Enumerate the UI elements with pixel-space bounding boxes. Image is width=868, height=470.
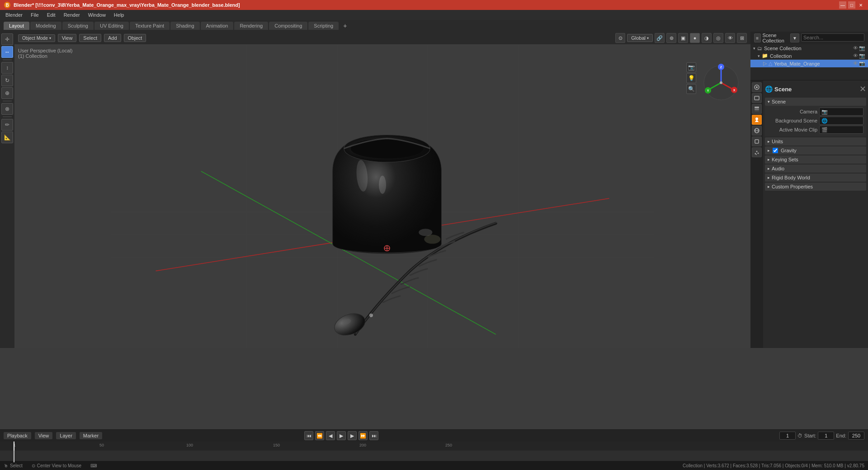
blender-logo-icon: B <box>4 1 11 9</box>
timeline-ruler[interactable]: 1 50 100 150 200 250 <box>0 442 868 451</box>
jump-to-end-button[interactable]: ⏭ <box>369 431 378 440</box>
transform-orientation-dropdown[interactable]: Global ▾ <box>627 34 653 42</box>
snap-toggle-button[interactable]: 🔗 <box>655 33 665 43</box>
toolbar-measure-tool[interactable]: 📐 <box>1 132 13 143</box>
prop-tab-world[interactable] <box>752 126 762 136</box>
rendered-shading-button[interactable]: ◎ <box>713 33 723 43</box>
overlay-toggle-button[interactable]: 👁 <box>725 33 735 43</box>
camera-value[interactable]: 📷 <box>819 108 863 116</box>
play-button[interactable]: ▶ <box>337 431 346 440</box>
outliner-search-input[interactable] <box>801 33 864 42</box>
outliner-menu-button[interactable]: ≡ <box>754 33 761 42</box>
prop-tab-particles[interactable] <box>752 147 762 157</box>
xray-toggle-button[interactable]: ⊞ <box>737 33 747 43</box>
title-bar-controls[interactable]: — □ ✕ <box>839 1 864 9</box>
svg-point-24 <box>424 235 440 244</box>
step-forward-button[interactable]: ▶ <box>348 431 357 440</box>
section-audio-header[interactable]: ▸ Audio <box>765 164 866 173</box>
material-shading-button[interactable]: ◑ <box>702 33 712 43</box>
menu-file[interactable]: File <box>27 11 42 19</box>
wireframe-shading-button[interactable]: ▣ <box>678 33 688 43</box>
timeline-tab-playback[interactable]: Playback <box>4 432 31 439</box>
timeline-tab-layer[interactable]: Layer <box>56 432 76 439</box>
toolbar-move-tool[interactable]: ↕ <box>1 62 13 74</box>
viewport-mode-dropdown[interactable]: Object Mode ▾ <box>18 34 55 42</box>
prop-tab-render[interactable] <box>752 82 762 92</box>
tab-scripting[interactable]: Scripting <box>308 22 339 30</box>
pivot-point-button[interactable]: ⊙ <box>615 33 625 43</box>
outliner-item-scene-collection[interactable]: ▾ 🗂 Scene Collection 👁 📷 <box>750 44 868 52</box>
viewport-3d[interactable]: Object Mode ▾ View Select Add Object ⊙ G… <box>14 32 750 348</box>
viewport-gizmo[interactable]: Z X Y <box>701 62 741 103</box>
prop-tab-scene[interactable] <box>752 115 762 125</box>
jump-back-button[interactable]: ⏪ <box>315 431 324 440</box>
add-workspace-button[interactable]: + <box>340 21 350 31</box>
viewport-object-menu[interactable]: Object <box>124 34 146 42</box>
background-scene-value[interactable]: 🌐 <box>819 117 863 125</box>
section-rigid-body-header[interactable]: ▸ Rigid Body World <box>765 174 866 182</box>
tab-sculpting[interactable]: Sculpting <box>62 22 94 30</box>
timeline-tab-view[interactable]: View <box>35 432 53 439</box>
scene-canvas[interactable]: Z X Y 📷 💡 🔍 <box>14 44 750 348</box>
jump-forward-button[interactable]: ⏩ <box>359 431 368 440</box>
menu-help[interactable]: Help <box>110 11 128 19</box>
section-units-header[interactable]: ▸ Units <box>765 137 866 146</box>
tab-compositing[interactable]: Compositing <box>269 22 307 30</box>
timeline-playback-controls: ⏮ ⏪ ◀ ▶ ▶ ⏩ ⏭ <box>304 431 378 440</box>
viewport-view-menu[interactable]: View <box>58 34 77 42</box>
prop-tab-object[interactable] <box>752 136 762 146</box>
object-visibility-icon[interactable]: 👁 <box>853 61 858 66</box>
outliner-item-yerba-mate[interactable]: ▷ △ Yerba_Mate_Orange 👁 📷 <box>750 60 868 67</box>
jump-to-start-button[interactable]: ⏮ <box>304 431 313 440</box>
toolbar-transform-tool[interactable]: ⊗ <box>1 103 13 115</box>
menu-edit[interactable]: Edit <box>43 11 59 19</box>
toggle-search-button[interactable]: 🔍 <box>686 84 696 94</box>
toolbar-scale-tool[interactable]: ⊕ <box>1 87 13 99</box>
tab-rendering[interactable]: Rendering <box>234 22 268 30</box>
visibility-icon[interactable]: 👁 <box>853 45 858 51</box>
section-scene-header[interactable]: ▾ Scene <box>765 98 866 106</box>
menu-blender[interactable]: Blender <box>2 11 26 19</box>
prop-tab-view-layer[interactable] <box>752 104 762 114</box>
section-gravity-header[interactable]: ▸ Gravity <box>765 146 866 155</box>
prop-tab-output[interactable] <box>752 93 762 103</box>
step-back-button[interactable]: ◀ <box>326 431 335 440</box>
render-visibility-icon[interactable]: 📷 <box>859 45 865 51</box>
menu-render[interactable]: Render <box>60 11 84 19</box>
menu-window[interactable]: Window <box>85 11 109 19</box>
tab-animation[interactable]: Animation <box>201 22 234 30</box>
viewport-add-menu[interactable]: Add <box>104 34 121 42</box>
minimize-button[interactable]: — <box>839 1 846 9</box>
end-frame-field[interactable]: 250 <box>848 432 864 440</box>
object-render-icon[interactable]: 📷 <box>859 61 865 66</box>
close-button[interactable]: ✕ <box>857 1 864 9</box>
proportional-edit-button[interactable]: ⊚ <box>666 33 676 43</box>
toggle-lights-button[interactable]: 💡 <box>686 73 696 83</box>
toggle-cameras-button[interactable]: 📷 <box>686 62 696 72</box>
start-frame-field[interactable]: 1 <box>818 432 834 440</box>
gravity-checkbox[interactable] <box>773 148 778 153</box>
collection-render-icon[interactable]: 📷 <box>859 53 865 59</box>
active-movie-clip-value[interactable]: 🎬 <box>819 126 863 134</box>
section-custom-props-header[interactable]: ▸ Custom Properties <box>765 183 866 191</box>
outliner-item-collection[interactable]: ▾ 📁 Collection 👁 📷 <box>750 52 868 60</box>
toolbar-rotate-tool[interactable]: ↻ <box>1 75 13 86</box>
maximize-button[interactable]: □ <box>848 1 855 9</box>
toolbar-select-tool[interactable]: ↔ <box>1 46 13 58</box>
tab-shading[interactable]: Shading <box>170 22 199 30</box>
collection-visibility-icon[interactable]: 👁 <box>853 53 858 59</box>
tab-uv-editing[interactable]: UV Editing <box>94 22 129 30</box>
toolbar-cursor-tool[interactable]: ✛ <box>1 33 13 45</box>
viewport-select-menu[interactable]: Select <box>79 34 101 42</box>
outliner-filter-button[interactable]: ▼ <box>790 33 799 42</box>
toolbar-annotate-tool[interactable]: ✏ <box>1 119 13 131</box>
audio-section-label: Audio <box>772 166 784 171</box>
tab-modeling[interactable]: Modeling <box>30 22 61 30</box>
solid-shading-button[interactable]: ● <box>690 33 700 43</box>
section-keying-sets-header[interactable]: ▸ Keying Sets <box>765 155 866 164</box>
tab-layout[interactable]: Layout <box>4 22 29 30</box>
status-bar: 🖱 Select ⊙ Center View to Mouse ⌨ Collec… <box>0 461 868 470</box>
current-frame-field[interactable]: 1 <box>779 432 796 440</box>
tab-texture-paint[interactable]: Texture Paint <box>130 22 170 30</box>
timeline-tab-marker[interactable]: Marker <box>80 432 102 439</box>
